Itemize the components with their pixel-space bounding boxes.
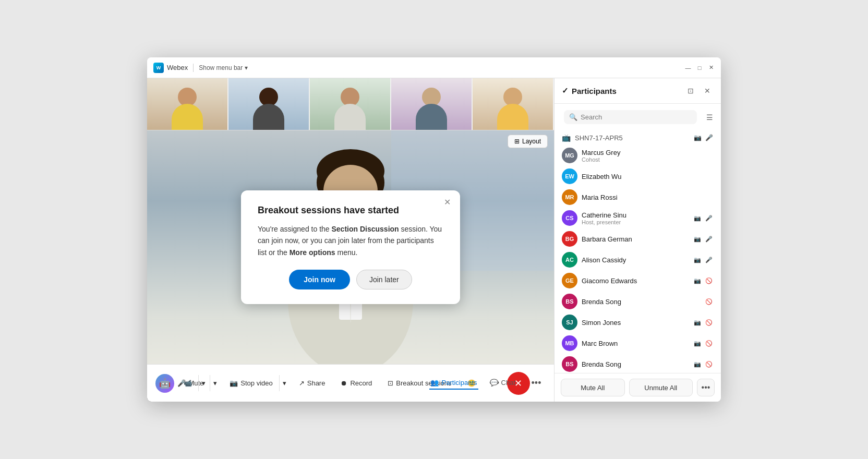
cam-icon: 📷 (693, 359, 702, 369)
mic-muted-icon: 🚫 (704, 359, 714, 369)
avatar: SJ (562, 315, 577, 330)
record-label: Record (350, 379, 372, 387)
participant-name: Brenda Song (582, 298, 700, 306)
window-controls: — □ ✕ (684, 64, 715, 71)
nav-more-icon: ••• (532, 378, 541, 389)
maximize-button[interactable]: □ (696, 64, 703, 71)
participant-row[interactable]: MG Marcus Grey Cohost (554, 145, 721, 166)
avatar: GE (562, 273, 577, 288)
sidebar-close-button[interactable]: ✕ (701, 84, 714, 97)
mute-all-button[interactable]: Mute All (561, 379, 625, 396)
participant-controls: 🚫 (704, 297, 714, 306)
sort-button[interactable]: ☰ (703, 111, 716, 124)
participant-info: Marc Brown (582, 340, 689, 347)
video-toggle-group: 📹 ▾ (177, 375, 209, 391)
join-later-button[interactable]: Join later (356, 270, 412, 289)
chevron-down-icon: ▾ (245, 64, 248, 71)
participant-row[interactable]: BS Brenda Song 📷 🚫 (554, 354, 721, 373)
participant-row[interactable]: MR Maria Rossi (554, 187, 721, 208)
thumbnail-2[interactable] (228, 78, 310, 130)
thumbnail-5[interactable] (473, 78, 554, 130)
participant-info: Simon Jones (582, 319, 689, 327)
participant-name: Marc Brown (582, 340, 689, 347)
participants-list: 📺 SHN7-17-APR5 📷 🎤 MG Marcus Grey Cohost (554, 128, 721, 373)
minimize-button[interactable]: — (684, 64, 692, 71)
participant-info: Marcus Grey Cohost (582, 149, 714, 163)
tab-participants[interactable]: 👥 Participants (429, 377, 478, 390)
search-input[interactable] (581, 113, 692, 121)
participant-controls: 📷 🎤 (693, 213, 714, 223)
record-button[interactable]: ⏺ Record (334, 375, 378, 391)
participant-role: Cohost (582, 156, 714, 163)
participant-row[interactable]: GE Giacomo Edwards 📷 🚫 (554, 270, 721, 291)
thumbnail-1[interactable] (147, 78, 228, 130)
participant-controls: 📷 🎤 (693, 234, 714, 244)
participant-name: Alison Cassidy (582, 256, 689, 264)
cam-icon: 📷 (693, 213, 702, 223)
footer-more-button[interactable]: ••• (697, 379, 715, 396)
cam-icon: 📷 (693, 234, 702, 244)
record-icon: ⏺ (341, 379, 347, 387)
video-dropdown-button[interactable]: ▾ (198, 375, 209, 391)
stop-video-label: Stop video (240, 379, 272, 387)
app-window: W Webex Show menu bar ▾ — □ ✕ (147, 57, 721, 402)
tab-chat[interactable]: 💬 Chat (489, 377, 516, 390)
sidebar-header: ✓ Participants ⊡ ✕ (554, 78, 721, 104)
bottom-nav: 👥 Participants 💬 Chat ••• (429, 374, 546, 393)
share-button[interactable]: ↗ Share (293, 375, 332, 391)
mic-icon: 🎤 (704, 234, 714, 244)
video-icon: 📹 (184, 379, 192, 387)
participant-row[interactable]: AC Alison Cassidy 📷 🎤 (554, 249, 721, 270)
chat-label: Chat (501, 379, 515, 386)
participants-label: Participants (442, 379, 477, 386)
dialog-body-intro: You're assigned to the (258, 225, 331, 233)
participants-icon: 👥 (430, 379, 439, 386)
participant-row[interactable]: EW Elizabeth Wu (554, 166, 721, 187)
session-label: SHN7-17-APR5 (575, 134, 623, 142)
avatar: CS (562, 210, 577, 226)
avatar: MG (562, 148, 577, 163)
close-button[interactable]: ✕ (707, 64, 715, 71)
participant-name: Maria Rossi (582, 194, 714, 201)
video-options-dropdown-button[interactable]: ▾ (279, 375, 290, 391)
cam-icon: 📷 (693, 255, 702, 264)
participant-name: Giacomo Edwards (582, 277, 689, 285)
thumbnail-4[interactable] (391, 78, 473, 130)
mute-dropdown-button[interactable]: ▾ (210, 375, 220, 391)
participant-info: Catherine Sinu Host, presenter (582, 211, 689, 225)
unmute-all-button[interactable]: Unmute All (629, 379, 693, 396)
sidebar-title: ✓ Participants (562, 86, 617, 95)
stop-video-button[interactable]: 📷 Stop video (223, 375, 279, 391)
participant-row[interactable]: SJ Simon Jones 📷 🚫 (554, 312, 721, 333)
participant-info: Barbara German (582, 235, 689, 243)
participant-name: Catherine Sinu (582, 211, 689, 219)
popout-button[interactable]: ⊡ (684, 84, 697, 97)
avatar: BS (562, 294, 577, 309)
toolbar-right: 👥 Participants 💬 Chat ••• (429, 374, 546, 393)
mic-muted-icon: 🚫 (704, 339, 714, 348)
nav-more-button[interactable]: ••• (527, 374, 546, 393)
participant-row[interactable]: CS Catherine Sinu Host, presenter 📷 🎤 (554, 208, 721, 228)
join-now-button[interactable]: Join now (289, 270, 350, 289)
participant-name: Barbara German (582, 235, 689, 243)
video-button[interactable]: 📹 (177, 375, 198, 391)
participant-role: Host, presenter (582, 219, 689, 225)
show-menu-bar-button[interactable]: Show menu bar ▾ (199, 64, 248, 71)
mic-icon: 🎤 (704, 255, 714, 264)
cam-icon: 📷 (693, 339, 702, 348)
thumbnail-3[interactable] (310, 78, 391, 130)
dialog-body-end: menu. (335, 248, 358, 257)
participant-name: Marcus Grey (582, 149, 714, 156)
avatar: MR (562, 189, 577, 205)
chevron-down-icon: ▾ (202, 379, 206, 387)
dialog-actions: Join now Join later (258, 270, 443, 289)
dialog-close-button[interactable]: ✕ (441, 197, 453, 208)
participant-row[interactable]: BG Barbara German 📷 🎤 (554, 228, 721, 249)
camera-icon: 📷 (230, 379, 238, 387)
participant-row[interactable]: BS Brenda Song 🚫 (554, 291, 721, 312)
avatar: BS (562, 356, 577, 372)
app-title: Webex (167, 64, 188, 71)
dialog-overlay: ✕ Breakout sessions have started You're … (147, 130, 554, 364)
toolbar: 🤖 📹 ▾ 🎤 Mute (147, 364, 554, 402)
participant-row[interactable]: MB Marc Brown 📷 🚫 (554, 333, 721, 354)
